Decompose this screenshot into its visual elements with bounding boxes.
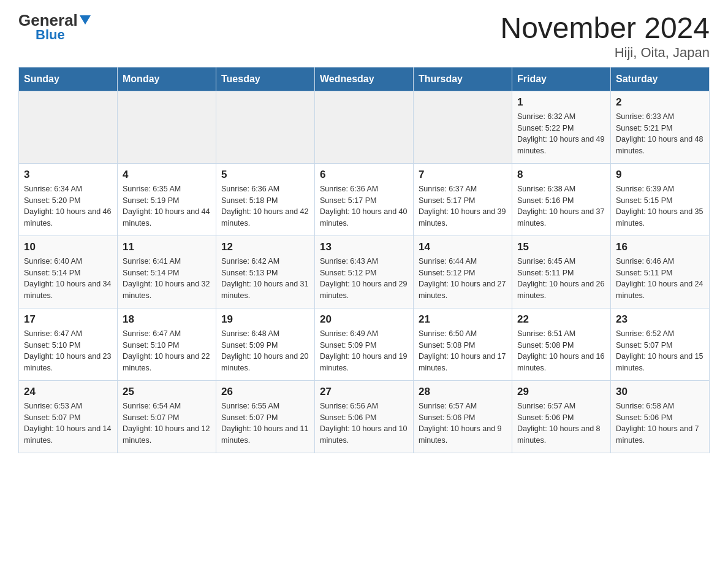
day-of-week-header: Tuesday xyxy=(216,67,315,91)
day-number: 5 xyxy=(221,169,309,181)
day-number: 16 xyxy=(616,241,704,253)
day-of-week-header: Monday xyxy=(118,67,216,91)
calendar-day-cell: 8Sunrise: 6:38 AMSunset: 5:16 PMDaylight… xyxy=(512,163,611,236)
calendar-day-cell xyxy=(414,91,512,163)
day-info: Sunrise: 6:53 AMSunset: 5:07 PMDaylight:… xyxy=(24,400,112,446)
calendar-day-cell: 13Sunrise: 6:43 AMSunset: 5:12 PMDayligh… xyxy=(315,236,414,308)
calendar-day-cell: 6Sunrise: 6:36 AMSunset: 5:17 PMDaylight… xyxy=(315,163,414,236)
day-number: 13 xyxy=(320,241,408,253)
calendar-day-cell: 26Sunrise: 6:55 AMSunset: 5:07 PMDayligh… xyxy=(216,380,315,453)
calendar-day-cell xyxy=(315,91,414,163)
calendar-day-cell: 7Sunrise: 6:37 AMSunset: 5:17 PMDaylight… xyxy=(414,163,512,236)
calendar-day-cell: 5Sunrise: 6:36 AMSunset: 5:18 PMDaylight… xyxy=(216,163,315,236)
day-info: Sunrise: 6:54 AMSunset: 5:07 PMDaylight:… xyxy=(123,400,211,446)
day-info: Sunrise: 6:47 AMSunset: 5:10 PMDaylight:… xyxy=(123,328,211,374)
calendar-week-row: 1Sunrise: 6:32 AMSunset: 5:22 PMDaylight… xyxy=(19,91,710,163)
day-number: 22 xyxy=(517,313,605,326)
day-of-week-header: Thursday xyxy=(414,67,512,91)
calendar-day-cell: 19Sunrise: 6:48 AMSunset: 5:09 PMDayligh… xyxy=(216,308,315,380)
logo-blue-text: Blue xyxy=(36,27,65,42)
day-number: 15 xyxy=(517,241,605,253)
day-number: 29 xyxy=(517,386,605,398)
calendar-day-cell: 22Sunrise: 6:51 AMSunset: 5:08 PMDayligh… xyxy=(512,308,611,380)
day-info: Sunrise: 6:37 AMSunset: 5:17 PMDaylight:… xyxy=(419,183,507,229)
calendar-day-cell: 1Sunrise: 6:32 AMSunset: 5:22 PMDaylight… xyxy=(512,91,611,163)
logo: General Blue xyxy=(18,12,91,42)
calendar-day-cell: 2Sunrise: 6:33 AMSunset: 5:21 PMDaylight… xyxy=(611,91,710,163)
calendar-day-cell: 30Sunrise: 6:58 AMSunset: 5:06 PMDayligh… xyxy=(611,380,710,453)
day-number: 10 xyxy=(24,241,112,253)
day-number: 19 xyxy=(221,313,309,326)
day-number: 24 xyxy=(24,386,112,398)
calendar-day-cell: 23Sunrise: 6:52 AMSunset: 5:07 PMDayligh… xyxy=(611,308,710,380)
calendar-day-cell: 16Sunrise: 6:46 AMSunset: 5:11 PMDayligh… xyxy=(611,236,710,308)
calendar-day-cell: 10Sunrise: 6:40 AMSunset: 5:14 PMDayligh… xyxy=(19,236,118,308)
day-number: 21 xyxy=(419,313,507,326)
calendar-day-cell xyxy=(19,91,118,163)
calendar-day-cell: 11Sunrise: 6:41 AMSunset: 5:14 PMDayligh… xyxy=(118,236,216,308)
logo-blue-line: Blue xyxy=(18,28,65,42)
day-number: 26 xyxy=(221,386,309,398)
calendar-subtitle: Hiji, Oita, Japan xyxy=(500,45,710,61)
day-of-week-header: Wednesday xyxy=(315,67,414,91)
day-info: Sunrise: 6:35 AMSunset: 5:19 PMDaylight:… xyxy=(123,183,211,229)
calendar-day-cell: 24Sunrise: 6:53 AMSunset: 5:07 PMDayligh… xyxy=(19,380,118,453)
calendar-day-cell: 28Sunrise: 6:57 AMSunset: 5:06 PMDayligh… xyxy=(414,380,512,453)
day-number: 27 xyxy=(320,386,408,398)
day-info: Sunrise: 6:50 AMSunset: 5:08 PMDaylight:… xyxy=(419,328,507,374)
calendar-day-cell: 17Sunrise: 6:47 AMSunset: 5:10 PMDayligh… xyxy=(19,308,118,380)
day-number: 6 xyxy=(320,169,408,181)
title-block: November 2024 Hiji, Oita, Japan xyxy=(500,12,710,61)
day-number: 23 xyxy=(616,313,704,326)
day-info: Sunrise: 6:57 AMSunset: 5:06 PMDaylight:… xyxy=(517,400,605,446)
day-info: Sunrise: 6:49 AMSunset: 5:09 PMDaylight:… xyxy=(320,328,408,374)
day-number: 28 xyxy=(419,386,507,398)
day-number: 30 xyxy=(616,386,704,398)
day-info: Sunrise: 6:48 AMSunset: 5:09 PMDaylight:… xyxy=(221,328,309,374)
day-of-week-header: Friday xyxy=(512,67,611,91)
day-info: Sunrise: 6:51 AMSunset: 5:08 PMDaylight:… xyxy=(517,328,605,374)
day-number: 3 xyxy=(24,169,112,181)
calendar-table: SundayMondayTuesdayWednesdayThursdayFrid… xyxy=(18,67,710,453)
calendar-header-row: SundayMondayTuesdayWednesdayThursdayFrid… xyxy=(19,67,710,91)
calendar-day-cell xyxy=(118,91,216,163)
day-number: 20 xyxy=(320,313,408,326)
calendar-title: November 2024 xyxy=(500,12,710,45)
calendar-day-cell: 15Sunrise: 6:45 AMSunset: 5:11 PMDayligh… xyxy=(512,236,611,308)
day-info: Sunrise: 6:42 AMSunset: 5:13 PMDaylight:… xyxy=(221,256,309,302)
day-info: Sunrise: 6:38 AMSunset: 5:16 PMDaylight:… xyxy=(517,183,605,229)
day-of-week-header: Saturday xyxy=(611,67,710,91)
day-info: Sunrise: 6:44 AMSunset: 5:12 PMDaylight:… xyxy=(419,256,507,302)
day-number: 9 xyxy=(616,169,704,181)
calendar-day-cell: 3Sunrise: 6:34 AMSunset: 5:20 PMDaylight… xyxy=(19,163,118,236)
calendar-day-cell: 12Sunrise: 6:42 AMSunset: 5:13 PMDayligh… xyxy=(216,236,315,308)
calendar-day-cell xyxy=(216,91,315,163)
day-info: Sunrise: 6:34 AMSunset: 5:20 PMDaylight:… xyxy=(24,183,112,229)
day-info: Sunrise: 6:43 AMSunset: 5:12 PMDaylight:… xyxy=(320,256,408,302)
calendar-week-row: 24Sunrise: 6:53 AMSunset: 5:07 PMDayligh… xyxy=(19,380,710,453)
calendar-day-cell: 18Sunrise: 6:47 AMSunset: 5:10 PMDayligh… xyxy=(118,308,216,380)
logo-general-line: General xyxy=(18,12,91,28)
day-info: Sunrise: 6:41 AMSunset: 5:14 PMDaylight:… xyxy=(123,256,211,302)
day-info: Sunrise: 6:57 AMSunset: 5:06 PMDaylight:… xyxy=(419,400,507,446)
day-info: Sunrise: 6:56 AMSunset: 5:06 PMDaylight:… xyxy=(320,400,408,446)
logo-triangle-icon xyxy=(80,15,91,25)
calendar-day-cell: 27Sunrise: 6:56 AMSunset: 5:06 PMDayligh… xyxy=(315,380,414,453)
calendar-day-cell: 4Sunrise: 6:35 AMSunset: 5:19 PMDaylight… xyxy=(118,163,216,236)
calendar-day-cell: 20Sunrise: 6:49 AMSunset: 5:09 PMDayligh… xyxy=(315,308,414,380)
calendar-week-row: 10Sunrise: 6:40 AMSunset: 5:14 PMDayligh… xyxy=(19,236,710,308)
day-number: 25 xyxy=(123,386,211,398)
calendar-day-cell: 29Sunrise: 6:57 AMSunset: 5:06 PMDayligh… xyxy=(512,380,611,453)
day-number: 17 xyxy=(24,313,112,326)
calendar-week-row: 17Sunrise: 6:47 AMSunset: 5:10 PMDayligh… xyxy=(19,308,710,380)
day-info: Sunrise: 6:33 AMSunset: 5:21 PMDaylight:… xyxy=(616,111,704,157)
calendar-week-row: 3Sunrise: 6:34 AMSunset: 5:20 PMDaylight… xyxy=(19,163,710,236)
day-info: Sunrise: 6:40 AMSunset: 5:14 PMDaylight:… xyxy=(24,256,112,302)
day-number: 4 xyxy=(123,169,211,181)
day-info: Sunrise: 6:58 AMSunset: 5:06 PMDaylight:… xyxy=(616,400,704,446)
day-info: Sunrise: 6:36 AMSunset: 5:18 PMDaylight:… xyxy=(221,183,309,229)
day-info: Sunrise: 6:45 AMSunset: 5:11 PMDaylight:… xyxy=(517,256,605,302)
day-number: 12 xyxy=(221,241,309,253)
calendar-day-cell: 9Sunrise: 6:39 AMSunset: 5:15 PMDaylight… xyxy=(611,163,710,236)
day-info: Sunrise: 6:39 AMSunset: 5:15 PMDaylight:… xyxy=(616,183,704,229)
